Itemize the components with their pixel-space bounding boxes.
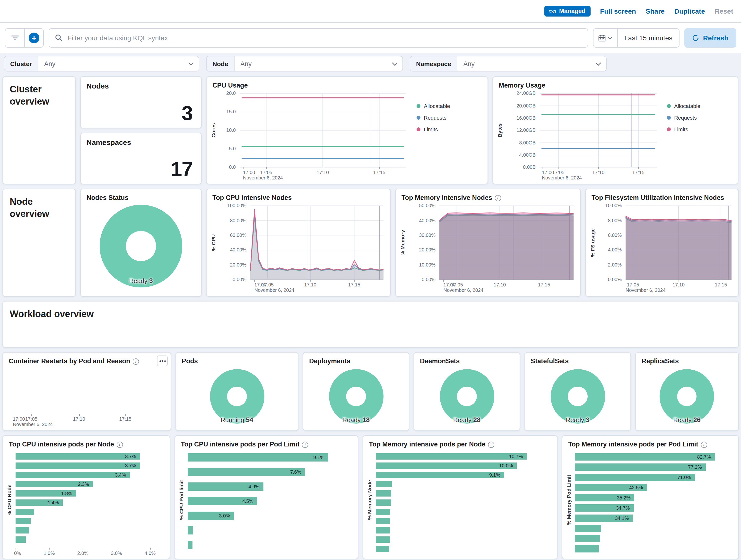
full-screen-button[interactable]: Full screen (600, 7, 636, 15)
bar[interactable]: 9.1% (376, 472, 504, 478)
bar[interactable] (188, 526, 193, 535)
section-title: Workload overview (3, 302, 738, 327)
bar[interactable]: 3.7% (15, 462, 140, 469)
info-icon[interactable] (302, 441, 309, 448)
refresh-button[interactable]: Refresh (685, 28, 736, 48)
y-axis-title: % FS usage (590, 228, 595, 257)
mem-per-node-chart[interactable]: 10.7%10.0%9.1% (374, 451, 554, 559)
info-icon[interactable] (117, 441, 123, 448)
info-icon[interactable] (488, 441, 494, 448)
legend-item[interactable]: Requests (416, 115, 484, 121)
deployments-donut-chart[interactable] (329, 369, 383, 424)
panel-top-fs-nodes: Top Filesystem Utilization intensive Nod… (585, 189, 739, 297)
kql-search-input[interactable] (67, 34, 582, 42)
statefulsets-donut-chart[interactable] (550, 369, 605, 424)
namespace-filter[interactable]: Namespace Any (410, 56, 607, 71)
bar[interactable] (376, 546, 389, 552)
bar[interactable] (376, 537, 390, 543)
cpu-per-node-chart[interactable]: 3.7%3.7%3.4%2.3%1.8%1.4%0.0%1.0%2.0%3.0%… (14, 451, 167, 559)
bar[interactable]: 4.9% (188, 483, 263, 491)
kql-search-box[interactable] (49, 28, 588, 48)
memory-usage-chart[interactable]: 24.00GB20.00GB16.00GB12.00GB8.00GB4.00GB… (495, 90, 663, 183)
bar[interactable]: 10.0% (376, 462, 517, 469)
plot-area[interactable] (540, 94, 657, 167)
x-axis-tickmark (444, 279, 444, 282)
bar[interactable]: 34.1% (575, 514, 632, 522)
bar[interactable]: 35.2% (575, 494, 634, 501)
panel-mem-per-pod-limit: Top Memory intensive pods per Pod Limit … (562, 435, 739, 559)
top-memory-nodes-chart[interactable]: 50.00%40.00%30.00%20.00%10.00%0.00%% Mem… (398, 203, 579, 295)
bar[interactable] (15, 527, 29, 534)
bar[interactable]: 3.0% (188, 512, 234, 520)
bar[interactable]: 1.8% (15, 490, 76, 497)
cluster-filter[interactable]: Cluster Any (4, 56, 199, 71)
plot-area[interactable] (250, 206, 384, 279)
bar[interactable] (15, 537, 26, 543)
cluster-overview-row: Cluster overview Nodes 3 Namespaces 17 C… (2, 76, 739, 184)
bar[interactable]: 42.5% (575, 484, 647, 491)
bar[interactable]: 9.1% (188, 453, 328, 461)
info-icon[interactable] (494, 195, 501, 201)
info-icon[interactable] (701, 441, 707, 448)
top-fs-nodes-chart[interactable]: 10.00%8.00%6.00%4.00%2.00%0.00%% FS usag… (588, 203, 736, 295)
plot-area[interactable] (240, 94, 406, 167)
bar[interactable]: 1.4% (15, 499, 63, 506)
share-button[interactable]: Share (646, 7, 665, 15)
chevron-down-icon (591, 62, 606, 65)
bar[interactable] (376, 481, 392, 487)
legend-item[interactable]: Requests (667, 115, 734, 121)
bar[interactable]: 2.3% (15, 481, 93, 487)
panel-options-button[interactable] (157, 356, 168, 366)
duplicate-button[interactable]: Duplicate (674, 7, 705, 15)
legend-item[interactable]: Allocatable (416, 103, 484, 109)
cpu-usage-chart[interactable]: 20.015.010.05.00.0Cores17:0017:0517:1017… (208, 90, 413, 183)
top-cpu-nodes-chart[interactable]: 100.00%80.00%60.00%40.00%20.00%0.00%% CP… (208, 203, 388, 295)
bar[interactable] (15, 518, 30, 524)
time-range-button[interactable]: Last 15 minutes (617, 34, 679, 42)
bar[interactable]: 7.6% (188, 468, 305, 476)
bar[interactable]: 4.5% (188, 497, 257, 505)
pods-donut-chart[interactable] (210, 369, 264, 424)
x-axis-date-label: November 6, 2024 (542, 175, 582, 180)
x-axis-tick: 17:05 (262, 282, 274, 288)
plot-area[interactable] (625, 206, 732, 279)
container-restarts-chart[interactable]: 17:0017:0517:1017:15November 6, 2024 (5, 366, 169, 429)
bar[interactable] (188, 541, 192, 549)
cpu-per-pod-limit-chart[interactable]: 9.1%7.6%4.9%4.5%3.0% (186, 451, 355, 559)
managed-badge[interactable]: Managed (545, 6, 590, 16)
bar[interactable]: 10.7% (376, 453, 527, 459)
x-axis-tickmark (117, 548, 117, 550)
bar[interactable] (575, 535, 600, 542)
legend-item[interactable]: Allocatable (667, 103, 734, 109)
y-axis-title: % CPU (210, 234, 216, 251)
bar-value-label: 10.0% (499, 463, 513, 468)
calendar-button[interactable] (593, 29, 617, 47)
add-filter-button[interactable]: + (24, 29, 43, 47)
bar[interactable] (376, 499, 391, 506)
bar[interactable] (376, 509, 391, 515)
nodes-status-donut-chart[interactable] (99, 205, 182, 288)
y-axis-tick: 15.0 (208, 109, 236, 114)
bar[interactable]: 3.4% (15, 472, 130, 478)
mem-per-pod-limit-chart[interactable]: 82.7%77.3%71.0%42.5%35.2%34.7%34.1% (573, 451, 735, 559)
filter-list-button[interactable] (5, 29, 24, 47)
info-icon[interactable] (133, 358, 139, 365)
bar[interactable]: 77.3% (575, 463, 706, 471)
bar[interactable]: 82.7% (575, 453, 715, 460)
bar[interactable]: 3.7% (15, 453, 140, 459)
bar[interactable] (575, 525, 601, 532)
reset-button[interactable]: Reset (715, 7, 733, 15)
legend-item[interactable]: Limits (667, 126, 734, 132)
bar[interactable] (376, 490, 391, 497)
bar[interactable]: 34.7% (575, 504, 633, 512)
bar[interactable]: 71.0% (575, 474, 695, 481)
daemonsets-donut-chart[interactable] (440, 369, 494, 424)
bar[interactable] (575, 545, 599, 553)
bar[interactable] (15, 509, 34, 515)
node-filter[interactable]: Node Any (206, 56, 403, 71)
legend-item[interactable]: Limits (416, 126, 484, 132)
plot-area[interactable] (440, 206, 574, 279)
bar[interactable] (376, 518, 391, 524)
bar[interactable] (376, 527, 390, 534)
replicasets-donut-chart[interactable] (660, 369, 714, 424)
